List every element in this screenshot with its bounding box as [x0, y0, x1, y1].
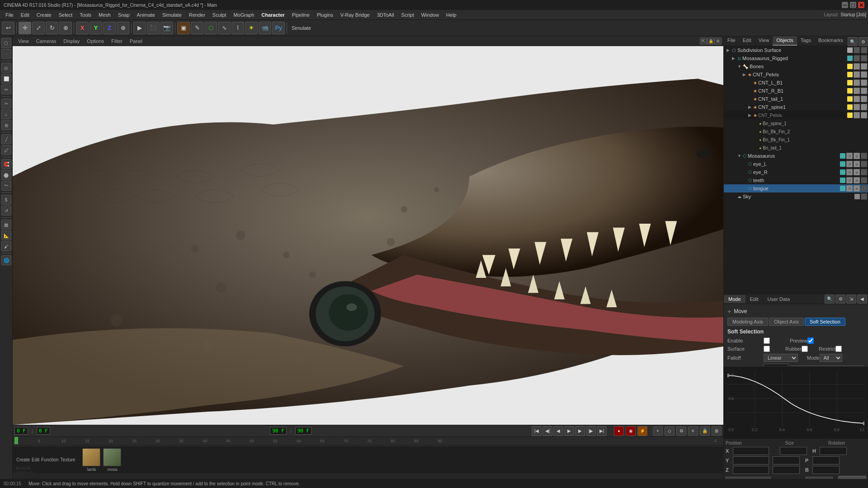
obj-row-teeth[interactable]: ⬡ teeth ⊞ ◈ — [724, 176, 868, 184]
modeling-axis-tab[interactable]: Modeling Axis — [727, 318, 768, 326]
p-rot-input[interactable]: 1.892 ° — [812, 456, 840, 465]
menu-edit[interactable]: Edit — [17, 11, 33, 19]
menu-create[interactable]: Create — [33, 11, 55, 19]
timeline-options-btn[interactable]: ≡ — [688, 427, 698, 436]
obj-row-bn-bk-fin-1[interactable]: ⬥ Bn_Bk_Fin_1 — [724, 136, 868, 144]
record-btn[interactable]: ● — [614, 426, 624, 436]
next-key-btn[interactable]: |▶ — [586, 426, 596, 436]
menu-window[interactable]: Window — [418, 11, 443, 19]
close-button[interactable]: ✕ — [858, 2, 864, 8]
spline-btn[interactable]: ∿ — [218, 22, 231, 34]
obj-row-cnt-r-b1[interactable]: ◈ CNT_R_B1 — [724, 87, 868, 95]
scene-btn[interactable]: 🌐 — [1, 255, 11, 265]
props-chevron-btn[interactable]: ◀ — [857, 295, 867, 304]
menu-snap[interactable]: Snap — [114, 11, 133, 19]
obj-search-btn[interactable]: 🔍 — [848, 37, 858, 46]
cube-btn[interactable]: ▣ — [177, 22, 190, 34]
knife-btn[interactable]: ✂ — [1, 99, 11, 108]
menu-character[interactable]: Character — [258, 11, 288, 19]
3d-viewport[interactable] — [13, 46, 723, 425]
paint2-btn[interactable]: 🖌 — [1, 241, 11, 251]
obj-row-tongue[interactable]: ⬡ tongue ⊞ ◈ — [724, 184, 868, 192]
next-frame-btn[interactable]: ▶ — [575, 426, 585, 436]
prev-key-btn[interactable]: ◀| — [542, 426, 552, 436]
mat-tab-create[interactable]: Create — [16, 457, 30, 462]
obj-row-bones[interactable]: ▼ 🦴 Bones — [724, 62, 868, 70]
timeline-expand-btn[interactable]: ⊞ — [712, 427, 722, 436]
h-rot-input[interactable]: 24.444 ° — [820, 447, 847, 455]
object-axis-tab[interactable]: Object Axis — [769, 318, 804, 326]
rotate-tool[interactable]: ↻ — [46, 22, 58, 34]
light-btn[interactable]: ☀ — [245, 22, 258, 34]
y-pos-input[interactable]: 11.054 cm — [733, 456, 769, 465]
timeline-ruler[interactable]: 0 5 10 15 20 25 30 35 40 45 50 55 60 65 … — [13, 437, 723, 446]
menu-pipeline[interactable]: Pipeline — [288, 11, 313, 19]
soft-selection-tab[interactable]: Soft Selection — [805, 318, 845, 326]
undo-button[interactable]: ↩ — [2, 22, 14, 34]
viewport-lock-btn[interactable]: 🔒 — [707, 38, 714, 45]
maximize-button[interactable]: □ — [850, 2, 856, 8]
obj-row-bn-tail-1[interactable]: ⬥ Bn_tail_1 — [724, 144, 868, 152]
obj-row-cnt-l-b1[interactable]: ◈ CNT_L_B1 — [724, 79, 868, 87]
props-expand-btn[interactable]: ⇲ — [846, 295, 856, 304]
live-select-btn[interactable]: ◎ — [1, 63, 11, 73]
props-tab-userdata[interactable]: User Data — [763, 295, 795, 303]
x-pos-input[interactable]: 42.124 cm — [733, 447, 769, 455]
surface-checkbox[interactable] — [764, 346, 770, 352]
auto-key-btn[interactable]: ◉ — [626, 426, 636, 436]
menu-vray[interactable]: V-Ray Bridge — [337, 11, 373, 19]
mat-tab-texture[interactable]: Texture — [61, 457, 75, 462]
magnet-btn[interactable]: 🧲 — [1, 159, 11, 169]
python-btn[interactable]: Py — [272, 22, 285, 34]
obj-tab-bookmarks[interactable]: Bookmarks — [815, 36, 847, 46]
grid-btn[interactable]: ▦ — [1, 220, 11, 230]
freehand-btn[interactable]: ✏ — [1, 84, 11, 94]
menu-mograph[interactable]: MoGraph — [230, 11, 258, 19]
point-mode-btn[interactable]: · — [1, 49, 11, 59]
rubber-checkbox[interactable] — [802, 346, 808, 352]
transform-tool[interactable]: ⊕ — [59, 22, 72, 34]
play-btn[interactable]: ▶ — [564, 426, 574, 436]
motion-path-btn[interactable]: ⚡ — [637, 426, 647, 436]
obj-tab-view[interactable]: View — [755, 36, 773, 46]
obj-row-subdivision[interactable]: ▶ ⬡ Subdivision Surface — [724, 46, 868, 54]
pen-tool-btn[interactable]: 🖊 — [1, 145, 11, 155]
line-tool-btn[interactable]: ╱ — [1, 134, 11, 144]
obj-row-cnt-spine1[interactable]: ▶ ◈ CNT_spine1 — [724, 103, 868, 111]
obj-row-cnt-tail-1[interactable]: ◈ CNT_tail_1 — [724, 95, 868, 103]
menu-animate[interactable]: Animate — [133, 11, 159, 19]
b-rot-input[interactable]: 6.157 ° — [812, 466, 840, 474]
material-item-lamb[interactable]: lamb — [82, 448, 100, 472]
menu-plugins[interactable]: Plugins — [313, 11, 337, 19]
menu-script[interactable]: Script — [398, 11, 418, 19]
restrict-checkbox[interactable] — [835, 346, 842, 352]
obj-tab-objects[interactable]: Objects — [773, 36, 797, 46]
menu-mesh[interactable]: Mesh — [95, 11, 114, 19]
viewport-tab-cameras[interactable]: Cameras — [33, 38, 60, 45]
obj-row-cnt-pelvis[interactable]: ▶ ◈ CNT_Pelvis — [724, 70, 868, 79]
polygon-btn[interactable]: ⬡ — [204, 22, 217, 34]
obj-row-eye-l[interactable]: ⬡ eye_L ⊞ ◈ — [724, 160, 868, 168]
timeline-settings-btn[interactable]: ⚙ — [676, 427, 686, 436]
viewport-settings-btn[interactable]: ⚙ — [714, 38, 722, 45]
obj-tab-edit[interactable]: Edit — [739, 36, 755, 46]
menu-help[interactable]: Help — [443, 11, 460, 19]
box-select-btn[interactable]: ⬜ — [1, 74, 11, 84]
go-to-start-btn[interactable]: |◀ — [532, 426, 542, 436]
render-picture[interactable]: 📷 — [160, 22, 173, 34]
prev-frame-btn[interactable]: ◀ — [553, 426, 563, 436]
obj-row-mosasaurus-mesh[interactable]: ▼ ⬡ Mosasaurus ⊞ ◈ — [724, 152, 868, 160]
minimize-button[interactable]: ─ — [842, 2, 848, 8]
menu-tools[interactable]: Tools — [76, 11, 95, 19]
viewport-tab-view[interactable]: View — [14, 38, 33, 45]
props-tab-edit[interactable]: Edit — [745, 295, 763, 303]
y-size-input[interactable]: 25.1 cm — [773, 456, 800, 465]
viewport-tab-panel[interactable]: Panel — [126, 38, 146, 45]
x-axis-btn[interactable]: X — [76, 22, 89, 34]
obj-row-sky[interactable]: ☁ Sky — [724, 192, 868, 201]
render-active[interactable]: ▶ — [133, 22, 146, 34]
menu-3dtoall[interactable]: 3DToAll — [373, 11, 398, 19]
obj-row-eye-r[interactable]: ⬡ eye_R ⊞ ◈ — [724, 168, 868, 176]
object-mode-btn[interactable]: ⬡ — [1, 38, 11, 48]
bridge-btn[interactable]: ⌂ — [1, 109, 11, 119]
